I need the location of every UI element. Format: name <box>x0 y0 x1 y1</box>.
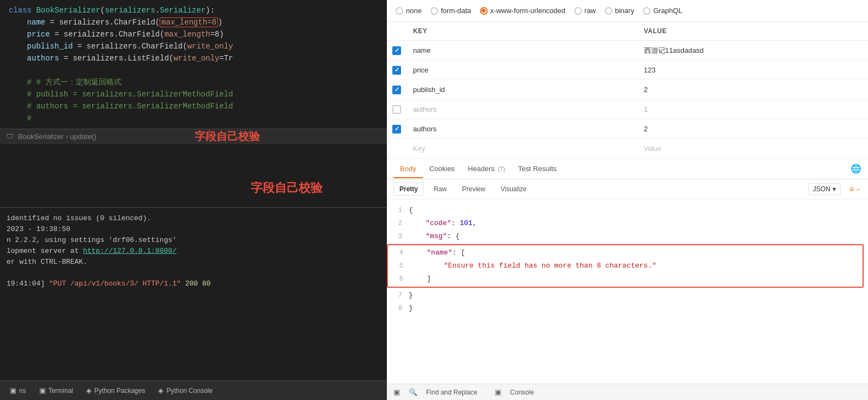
bottom-tab-python-console[interactable]: ◈ Python Console <box>153 384 218 397</box>
terminal-area: identified no issues (0 silenced). 2023 … <box>0 208 387 380</box>
row2-value: 123 <box>638 63 869 77</box>
tab-headers[interactable]: Headers (7) <box>462 160 512 178</box>
row4-value: 1 <box>638 102 869 117</box>
ns-icon: ▣ <box>10 386 16 395</box>
json-content: } <box>409 302 868 314</box>
table-row: publish_id 2 <box>387 80 868 100</box>
terminal-line: er with CTRL-BREAK. <box>7 257 380 268</box>
status-bar: ▣ 🔍 Find and Replace ▣ Console <box>387 384 868 400</box>
bottom-tab-ns[interactable]: ▣ ns <box>4 384 32 397</box>
row1-key: name <box>406 43 638 58</box>
radio-raw-label: raw <box>585 7 596 15</box>
find-replace-label[interactable]: Find and Replace <box>426 389 477 396</box>
table-row: authors 1 <box>387 100 868 119</box>
console-label[interactable]: Console <box>510 389 534 396</box>
postman-panel: none form-data x-www-form-urlencoded raw… <box>387 0 868 400</box>
json-line: 2 "code": 101, <box>387 217 868 230</box>
radio-none-label: none <box>406 7 422 15</box>
terminal-section: identified no issues (0 silenced). 2023 … <box>0 208 387 400</box>
terminal-label: Terminal <box>48 387 73 395</box>
code-line: name = serializers.CharField(max_length=… <box>0 16 387 28</box>
row5-checkbox[interactable] <box>392 125 401 134</box>
json-line-highlighted: 4 "name": [ <box>388 246 863 259</box>
code-annotation: 字段自己校验 <box>251 180 323 196</box>
view-tab-preview[interactable]: Preview <box>457 183 491 195</box>
params-table: KEY VALUE name 西游记11asdadasd price 123 p… <box>387 22 868 159</box>
row2-checkbox[interactable] <box>392 66 401 75</box>
search-icon[interactable]: 🔍 <box>409 388 417 396</box>
radio-urlencoded-label: x-www-form-urlencoded <box>490 7 566 15</box>
python-packages-label: Python Packages <box>94 387 145 395</box>
line-number: 4 <box>388 247 410 259</box>
globe-icon[interactable]: 🌐 <box>851 163 861 174</box>
row2-key: price <box>406 63 638 77</box>
row3-checkbox[interactable] <box>392 86 401 94</box>
view-tab-raw[interactable]: Raw <box>428 183 452 195</box>
json-line-highlighted: 5 "Ensure this field has no more than 8 … <box>388 259 863 272</box>
console-icon[interactable]: ▣ <box>495 388 501 396</box>
terminal-icon: ▣ <box>39 386 46 395</box>
line-number: 3 <box>387 231 409 243</box>
radio-graphql[interactable]: GraphQL <box>643 7 682 15</box>
python-packages-icon: ◈ <box>86 386 92 395</box>
code-line: class BookSerializer(serializers.Seriali… <box>0 4 387 16</box>
json-line: 8 } <box>387 302 868 315</box>
line-number: 7 <box>387 289 409 301</box>
table-row-empty: Key Value <box>387 139 868 159</box>
radio-form-data[interactable]: form-data <box>430 7 471 15</box>
python-console-label: Python Console <box>166 387 213 395</box>
bottom-tab-terminal[interactable]: ▣ Terminal <box>34 384 78 397</box>
json-content: "code": 101, <box>409 217 868 229</box>
filter-icon[interactable]: ≡→ <box>849 185 861 193</box>
code-area: class BookSerializer(serializers.Seriali… <box>0 0 387 129</box>
table-header: KEY VALUE <box>387 22 868 41</box>
code-line: # authors = serializers.SerializerMethod… <box>0 100 387 112</box>
row1-checkbox[interactable] <box>392 46 401 55</box>
radio-binary[interactable]: binary <box>605 7 634 15</box>
code-line <box>0 64 387 76</box>
row3-value: 2 <box>638 82 869 97</box>
view-tab-pretty[interactable]: Pretty <box>393 183 424 196</box>
radio-raw[interactable]: raw <box>574 7 596 15</box>
table-row: authors 2 <box>387 119 868 139</box>
row5-value: 2 <box>638 122 869 136</box>
radio-urlencoded-dot <box>480 7 488 15</box>
breadcrumb-bar: 🛡 BookSerializer › update() 字段自己校验 <box>0 129 387 144</box>
python-console-icon: ◈ <box>158 386 163 395</box>
json-content: "msg": { <box>409 231 868 243</box>
code-line: # # 方式一：定制返回格式 <box>0 76 387 88</box>
row5-key: authors <box>406 122 638 136</box>
terminal-line <box>7 268 380 278</box>
response-body: 1 { 2 "code": 101, 3 "msg": { 4 "name": … <box>387 199 868 384</box>
tab-test-results[interactable]: Test Results <box>512 160 563 178</box>
json-format-label: JSON <box>813 185 830 193</box>
json-line: 3 "msg": { <box>387 230 868 243</box>
editor-panel: class BookSerializer(serializers.Seriali… <box>0 0 387 400</box>
line-number: 8 <box>387 302 409 314</box>
layout-icon[interactable]: ▣ <box>393 388 400 396</box>
row4-checkbox[interactable] <box>392 105 401 114</box>
tab-cookies[interactable]: Cookies <box>423 160 462 178</box>
json-line: 1 { <box>387 204 868 217</box>
terminal-line: lopment server at http://127.0.0.1:8000/ <box>7 246 380 257</box>
json-line-highlighted: 6 ] <box>388 272 863 286</box>
tab-body[interactable]: Body <box>393 160 423 178</box>
empty-value: Value <box>638 141 869 156</box>
radio-urlencoded[interactable]: x-www-form-urlencoded <box>480 7 566 15</box>
code-line: # <box>0 112 387 124</box>
terminal-line: 2023 - 19:38:50 <box>7 224 380 235</box>
radio-raw-dot <box>574 7 582 15</box>
server-link[interactable]: http://127.0.0.1:8000/ <box>83 247 177 255</box>
view-tab-visualize[interactable]: Visualize <box>495 183 532 195</box>
radio-none[interactable]: none <box>396 7 422 15</box>
bottom-tab-python-packages[interactable]: ◈ Python Packages <box>81 384 150 397</box>
code-line: price = serializers.CharField(max_length… <box>0 28 387 40</box>
terminal-line: 19:41:04] "PUT /api/v1/books/3/ HTTP/1.1… <box>7 278 380 289</box>
response-tabs: Body Cookies Headers (7) Test Results 🌐 <box>387 159 868 179</box>
json-content: "Ensure this field has no more than 8 ch… <box>410 260 863 272</box>
row3-key: publish_id <box>406 82 638 97</box>
json-format-select[interactable]: JSON ▾ <box>808 183 841 195</box>
ns-label: ns <box>19 387 26 395</box>
code-line: publish_id = serializers.CharField(write… <box>0 40 387 52</box>
json-content: "name": [ <box>410 247 863 259</box>
